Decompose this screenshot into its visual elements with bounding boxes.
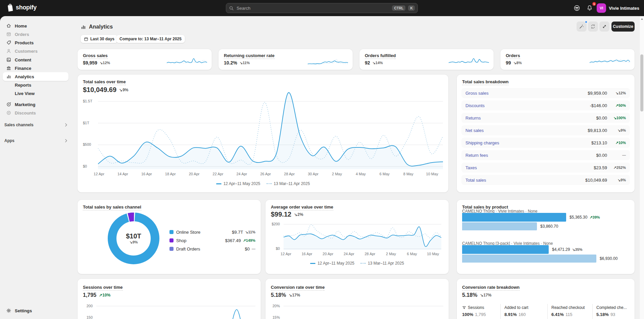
- sidebar-item-label: Products: [15, 40, 34, 45]
- card-title[interactable]: Total sales over time: [83, 79, 126, 84]
- fullscreen-button[interactable]: [599, 21, 609, 32]
- sidebar-item-home[interactable]: Home: [3, 21, 68, 30]
- notifications-button[interactable]: 1: [584, 3, 595, 13]
- shopify-logo[interactable]: shopify: [6, 3, 37, 12]
- customize-button[interactable]: Customize: [611, 21, 635, 32]
- search-bar[interactable]: CTRL K: [226, 3, 418, 13]
- breakdown-row-link[interactable]: Return fees: [465, 153, 488, 158]
- kpi-title[interactable]: Gross sales: [83, 53, 108, 58]
- aov-value: $99.12: [271, 211, 291, 218]
- kpi-title[interactable]: Orders fulfilled: [365, 53, 396, 58]
- store-menu[interactable]: VI Vivie Intimates: [597, 3, 639, 13]
- sidebar-item-content[interactable]: Content: [3, 55, 68, 64]
- y-axis-label: $1.5T: [83, 99, 92, 103]
- channel-value: $9.7T: [232, 230, 243, 235]
- scroll-up-arrow[interactable]: [641, 18, 643, 20]
- x-axis-label: 10 May: [426, 172, 438, 176]
- chart-legend: 12 Apr–11 May 202513 Mar–11 Apr 2025: [78, 181, 448, 186]
- y-axis-label: $1T: [83, 121, 89, 125]
- compare-button[interactable]: Compare to: 13 Mar–11 Apr 2025: [116, 35, 185, 43]
- legend-swatch: [169, 230, 174, 234]
- x-axis-label: 30 Apr: [308, 172, 318, 176]
- y-axis-label: $500: [83, 142, 91, 146]
- card-title[interactable]: Conversion rate over time: [271, 285, 325, 290]
- kpi-card-orders: Orders99↘8%: [500, 49, 635, 70]
- x-axis-label: 10 May: [427, 252, 439, 256]
- breakdown-row-link[interactable]: Shipping charges: [465, 140, 499, 145]
- sidebar-section-sales-channels[interactable]: Sales channels: [4, 121, 67, 129]
- sidebar-item-label: Home: [15, 24, 27, 29]
- legend-swatch: [169, 238, 174, 242]
- delta-badge: ↘12%: [607, 91, 626, 95]
- search-icon: [229, 6, 234, 11]
- magic-insights-button[interactable]: [577, 21, 587, 32]
- card-title[interactable]: Conversion rate breakdown: [462, 285, 519, 290]
- breakdown-row-value: $10,049.69: [585, 178, 607, 183]
- product-bar-previous: [462, 222, 537, 230]
- search-input[interactable]: [237, 6, 389, 11]
- sidebar-item-analytics[interactable]: Analytics: [3, 72, 68, 81]
- funnel-step-header: Reached checkout: [551, 305, 592, 310]
- sidebar-item-live-view[interactable]: Live View: [3, 89, 68, 98]
- channel-legend-row: Shop$367.49↗149%: [169, 237, 255, 244]
- sidebar-item-discounts[interactable]: Discounts: [3, 108, 68, 117]
- sidebar-item-label: Settings: [15, 308, 32, 313]
- sidekick-assistant-button[interactable]: [572, 3, 582, 13]
- kpi-value-row: 10.2%↘11%: [224, 60, 250, 65]
- breakdown-row-link[interactable]: Gross sales: [465, 91, 489, 96]
- kpi-value: $9,959: [83, 60, 97, 65]
- scrollbar-thumb[interactable]: [640, 54, 643, 111]
- sidebar-item-marketing[interactable]: Marketing: [3, 100, 68, 109]
- sidebar-item-reports[interactable]: Reports: [3, 81, 68, 89]
- channel-name: Online Store: [176, 230, 200, 235]
- kpi-card-returning-customer-rate: Returning customer rate10.2%↘11%: [218, 49, 353, 70]
- sidebar-section-apps[interactable]: Apps: [4, 137, 67, 145]
- x-axis-label: 26 Apr: [260, 172, 271, 176]
- breakdown-row-value: -$146.00: [590, 103, 607, 108]
- kpi-title[interactable]: Orders: [506, 53, 520, 58]
- product-bar-value: $5,365.30↗39%: [569, 215, 600, 220]
- marketing-icon: [6, 102, 11, 107]
- card-title[interactable]: Total sales by sales channel: [83, 204, 141, 210]
- breakdown-row-link[interactable]: Taxes: [465, 165, 477, 170]
- delta-badge: ↘9%: [607, 178, 626, 182]
- sidebar-item-settings[interactable]: Settings: [3, 306, 68, 315]
- funnel-step-value: 100%1,795: [462, 312, 500, 317]
- date-range-button[interactable]: Last 30 days: [81, 35, 118, 43]
- breakdown-row-link[interactable]: Total sales: [465, 178, 486, 183]
- delta-badge: ↘12%: [100, 61, 110, 65]
- bell-icon: [586, 5, 593, 11]
- breakdown-row-link[interactable]: Returns: [465, 116, 481, 121]
- delta-badge: ↗50%: [607, 103, 626, 108]
- solid-line-swatch: [310, 263, 315, 264]
- sidebar-item-products[interactable]: Products: [3, 38, 68, 47]
- breakdown-row: Net sales$9,813.00↘9%: [461, 125, 630, 135]
- dotted-line-swatch: [360, 263, 366, 264]
- kpi-title[interactable]: Returning customer rate: [224, 53, 275, 58]
- sidebar-item-orders[interactable]: Orders: [3, 30, 68, 39]
- delta-badge: ↘100%: [607, 116, 626, 120]
- notification-badge: 1: [592, 1, 597, 6]
- refresh-cycle-icon: [590, 24, 596, 29]
- sidebar-item-label: Content: [15, 57, 31, 62]
- breakdown-row-link[interactable]: Net sales: [465, 128, 484, 133]
- delta-badge: —: [607, 153, 626, 157]
- top-bar: shopify CTRL K 1 VI: [0, 0, 644, 16]
- sidebar-item-customers[interactable]: Customers: [3, 47, 68, 55]
- refresh-button[interactable]: [588, 21, 598, 32]
- vertical-scrollbar[interactable]: [639, 16, 644, 319]
- sessions-delta: ↗10%: [99, 293, 110, 298]
- x-axis-label: 22 Apr: [213, 172, 224, 176]
- breakdown-row: Returns$0.00↘100%: [461, 113, 630, 123]
- card-title[interactable]: Total sales breakdown: [462, 79, 508, 84]
- sessions-chart: [96, 303, 255, 319]
- card-title[interactable]: Average order value over time: [271, 204, 333, 210]
- card-title[interactable]: Sessions over time: [83, 285, 123, 290]
- x-axis-label: 2 May: [386, 252, 396, 256]
- funnel-step-reached-checkout: Reached checkout6.41%115: [547, 304, 592, 319]
- x-axis-label: 24 Apr: [344, 252, 354, 256]
- breakdown-row-link[interactable]: Discounts: [465, 103, 485, 108]
- sidebar-item-finance[interactable]: Finance: [3, 64, 68, 73]
- assistant-icon: [574, 5, 580, 11]
- store-name: Vivie Intimates: [609, 6, 639, 11]
